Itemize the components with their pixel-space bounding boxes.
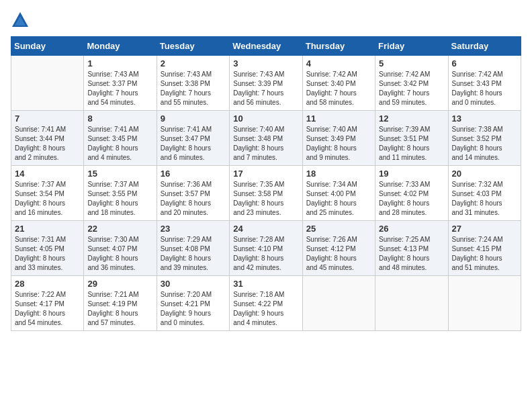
day-number: 22 [87, 224, 152, 234]
day-number: 16 [161, 169, 226, 179]
day-number: 5 [379, 58, 444, 68]
day-info: Sunrise: 7:42 AM Sunset: 3:43 PM Dayligh… [452, 70, 517, 107]
calendar-cell: 28Sunrise: 7:22 AM Sunset: 4:17 PM Dayli… [11, 276, 84, 331]
day-info: Sunrise: 7:42 AM Sunset: 3:40 PM Dayligh… [306, 70, 371, 107]
day-info: Sunrise: 7:21 AM Sunset: 4:19 PM Dayligh… [87, 290, 152, 328]
day-info: Sunrise: 7:32 AM Sunset: 4:03 PM Dayligh… [452, 180, 517, 218]
weekday-header-row: SundayMondayTuesdayWednesdayThursdayFrid… [11, 37, 521, 56]
weekday-header-saturday: Saturday [448, 37, 521, 56]
day-info: Sunrise: 7:35 AM Sunset: 3:58 PM Dayligh… [233, 180, 298, 218]
logo [11, 11, 32, 30]
day-info: Sunrise: 7:42 AM Sunset: 3:42 PM Dayligh… [379, 70, 444, 107]
day-info: Sunrise: 7:43 AM Sunset: 3:39 PM Dayligh… [233, 70, 298, 107]
day-number: 6 [452, 58, 517, 68]
weekday-header-thursday: Thursday [302, 37, 375, 56]
day-number: 20 [452, 169, 517, 179]
day-number: 4 [306, 58, 371, 68]
calendar-cell: 29Sunrise: 7:21 AM Sunset: 4:19 PM Dayli… [84, 276, 157, 331]
calendar-body: 1Sunrise: 7:43 AM Sunset: 3:37 PM Daylig… [11, 56, 521, 331]
day-info: Sunrise: 7:24 AM Sunset: 4:15 PM Dayligh… [452, 235, 517, 273]
day-number: 31 [233, 279, 298, 289]
header-row [11, 11, 521, 30]
day-info: Sunrise: 7:41 AM Sunset: 3:47 PM Dayligh… [161, 125, 226, 163]
day-number: 2 [161, 58, 226, 68]
day-number: 24 [233, 224, 298, 234]
calendar-cell: 19Sunrise: 7:33 AM Sunset: 4:02 PM Dayli… [375, 166, 448, 221]
calendar-cell: 11Sunrise: 7:40 AM Sunset: 3:49 PM Dayli… [302, 111, 375, 166]
week-row-1: 1Sunrise: 7:43 AM Sunset: 3:37 PM Daylig… [11, 56, 521, 111]
weekday-header-friday: Friday [375, 37, 448, 56]
calendar-cell [448, 276, 521, 331]
calendar-cell: 4Sunrise: 7:42 AM Sunset: 3:40 PM Daylig… [302, 56, 375, 111]
weekday-header-sunday: Sunday [11, 37, 84, 56]
day-number: 3 [233, 58, 298, 68]
day-number: 17 [233, 169, 298, 179]
calendar-cell: 15Sunrise: 7:37 AM Sunset: 3:55 PM Dayli… [84, 166, 157, 221]
calendar-cell: 18Sunrise: 7:34 AM Sunset: 4:00 PM Dayli… [302, 166, 375, 221]
calendar-cell: 9Sunrise: 7:41 AM Sunset: 3:47 PM Daylig… [157, 111, 229, 166]
calendar-cell: 16Sunrise: 7:36 AM Sunset: 3:57 PM Dayli… [157, 166, 229, 221]
day-number: 15 [87, 169, 152, 179]
day-number: 29 [87, 279, 152, 289]
day-number: 26 [379, 224, 444, 234]
calendar-cell: 8Sunrise: 7:41 AM Sunset: 3:45 PM Daylig… [84, 111, 157, 166]
day-info: Sunrise: 7:36 AM Sunset: 3:57 PM Dayligh… [161, 180, 226, 218]
calendar-cell: 26Sunrise: 7:25 AM Sunset: 4:13 PM Dayli… [375, 221, 448, 276]
calendar-cell: 22Sunrise: 7:30 AM Sunset: 4:07 PM Dayli… [84, 221, 157, 276]
day-info: Sunrise: 7:25 AM Sunset: 4:13 PM Dayligh… [379, 235, 444, 273]
day-number: 10 [233, 113, 298, 124]
day-number: 28 [15, 279, 80, 289]
calendar-cell: 6Sunrise: 7:42 AM Sunset: 3:43 PM Daylig… [448, 56, 521, 111]
day-number: 11 [306, 113, 371, 124]
logo-icon [11, 11, 30, 30]
calendar-header: SundayMondayTuesdayWednesdayThursdayFrid… [11, 37, 521, 56]
calendar-cell: 14Sunrise: 7:37 AM Sunset: 3:54 PM Dayli… [11, 166, 84, 221]
day-number: 9 [161, 113, 226, 124]
day-info: Sunrise: 7:31 AM Sunset: 4:05 PM Dayligh… [15, 235, 80, 273]
calendar-cell: 30Sunrise: 7:20 AM Sunset: 4:21 PM Dayli… [157, 276, 229, 331]
day-info: Sunrise: 7:43 AM Sunset: 3:38 PM Dayligh… [161, 70, 226, 107]
calendar-cell: 1Sunrise: 7:43 AM Sunset: 3:37 PM Daylig… [84, 56, 157, 111]
week-row-3: 14Sunrise: 7:37 AM Sunset: 3:54 PM Dayli… [11, 166, 521, 221]
calendar-cell [375, 276, 448, 331]
day-number: 21 [15, 224, 80, 234]
week-row-4: 21Sunrise: 7:31 AM Sunset: 4:05 PM Dayli… [11, 221, 521, 276]
calendar-cell [11, 56, 84, 111]
day-number: 8 [87, 113, 152, 124]
day-info: Sunrise: 7:29 AM Sunset: 4:08 PM Dayligh… [161, 235, 226, 273]
day-info: Sunrise: 7:37 AM Sunset: 3:54 PM Dayligh… [15, 180, 80, 218]
calendar-cell: 2Sunrise: 7:43 AM Sunset: 3:38 PM Daylig… [157, 56, 229, 111]
calendar-cell: 17Sunrise: 7:35 AM Sunset: 3:58 PM Dayli… [230, 166, 302, 221]
calendar-cell: 13Sunrise: 7:38 AM Sunset: 3:52 PM Dayli… [448, 111, 521, 166]
day-number: 23 [161, 224, 226, 234]
calendar-cell: 31Sunrise: 7:18 AM Sunset: 4:22 PM Dayli… [230, 276, 302, 331]
weekday-header-wednesday: Wednesday [230, 37, 302, 56]
day-number: 19 [379, 169, 444, 179]
day-info: Sunrise: 7:40 AM Sunset: 3:49 PM Dayligh… [306, 125, 371, 163]
weekday-header-tuesday: Tuesday [157, 37, 229, 56]
day-number: 14 [15, 169, 80, 179]
day-number: 1 [87, 58, 152, 68]
week-row-2: 7Sunrise: 7:41 AM Sunset: 3:44 PM Daylig… [11, 111, 521, 166]
calendar-cell: 7Sunrise: 7:41 AM Sunset: 3:44 PM Daylig… [11, 111, 84, 166]
calendar-table: SundayMondayTuesdayWednesdayThursdayFrid… [11, 36, 521, 331]
day-info: Sunrise: 7:30 AM Sunset: 4:07 PM Dayligh… [87, 235, 152, 273]
day-number: 7 [15, 113, 80, 124]
calendar-cell: 10Sunrise: 7:40 AM Sunset: 3:48 PM Dayli… [230, 111, 302, 166]
day-info: Sunrise: 7:41 AM Sunset: 3:45 PM Dayligh… [87, 125, 152, 163]
day-number: 27 [452, 224, 517, 234]
day-info: Sunrise: 7:37 AM Sunset: 3:55 PM Dayligh… [87, 180, 152, 218]
calendar-cell: 20Sunrise: 7:32 AM Sunset: 4:03 PM Dayli… [448, 166, 521, 221]
day-info: Sunrise: 7:26 AM Sunset: 4:12 PM Dayligh… [306, 235, 371, 273]
day-number: 12 [379, 113, 444, 124]
week-row-5: 28Sunrise: 7:22 AM Sunset: 4:17 PM Dayli… [11, 276, 521, 331]
day-info: Sunrise: 7:43 AM Sunset: 3:37 PM Dayligh… [87, 70, 152, 107]
day-info: Sunrise: 7:18 AM Sunset: 4:22 PM Dayligh… [233, 290, 298, 328]
calendar-cell: 3Sunrise: 7:43 AM Sunset: 3:39 PM Daylig… [230, 56, 302, 111]
calendar-cell: 25Sunrise: 7:26 AM Sunset: 4:12 PM Dayli… [302, 221, 375, 276]
calendar-cell: 24Sunrise: 7:28 AM Sunset: 4:10 PM Dayli… [230, 221, 302, 276]
weekday-header-monday: Monday [84, 37, 157, 56]
day-number: 13 [452, 113, 517, 124]
day-info: Sunrise: 7:33 AM Sunset: 4:02 PM Dayligh… [379, 180, 444, 218]
day-info: Sunrise: 7:22 AM Sunset: 4:17 PM Dayligh… [15, 290, 80, 328]
